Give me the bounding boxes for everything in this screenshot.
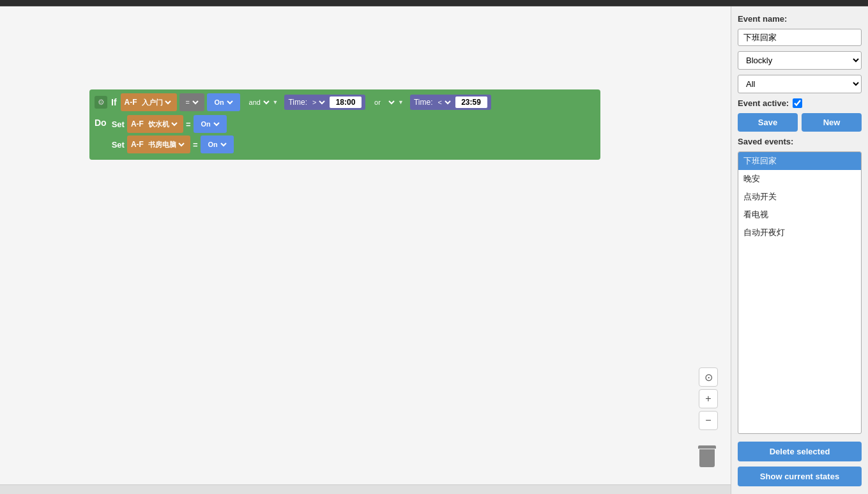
do-label: Do [95, 115, 107, 128]
saved-events-list: 下班回家 晚安 点动开关 看电视 自动开夜灯 [738, 151, 862, 434]
device1-select[interactable]: 入户门 [139, 98, 173, 107]
on-block1[interactable]: On Off [207, 93, 240, 111]
right-panel: Event name: Blockly Script All Active In… [731, 6, 868, 494]
device2-select[interactable]: 饮水机 [146, 120, 179, 128]
gear-icon[interactable]: ⚙ [95, 96, 107, 109]
condition-row: A-F 入户门 = [121, 93, 491, 111]
trash-container [697, 445, 717, 468]
time-block2[interactable]: Time: < > = [410, 95, 491, 110]
device1-block[interactable]: A-F 入户门 [121, 93, 177, 111]
block-do-section: Do Set A-F 饮水机 = [95, 115, 595, 153]
event-name-label: Event name: [738, 14, 862, 24]
device3-block[interactable]: A-F 书房电脑 [127, 135, 190, 153]
eq-label-2: = [186, 120, 191, 129]
trash-body [699, 449, 715, 467]
main-area: ⚙ If A-F 入户门 [0, 6, 868, 494]
on-select2[interactable]: On Off [199, 120, 222, 128]
if-label: If [111, 97, 117, 107]
af-label2: A-F [131, 120, 144, 128]
block-if: ⚙ If A-F 入户门 [89, 89, 600, 160]
center-view-button[interactable]: ⊙ [699, 367, 718, 387]
event-active-label: Event active: [738, 98, 789, 108]
time-block1[interactable]: Time: > < = [284, 95, 365, 110]
event-item-1[interactable]: 晚安 [738, 170, 861, 188]
device3-select[interactable]: 书房电脑 [146, 140, 187, 149]
canvas-scrollbar[interactable] [0, 484, 731, 494]
zoom-out-button[interactable]: − [699, 411, 718, 430]
set-label-2: Set [112, 140, 125, 150]
top-toolbar [0, 0, 868, 6]
on-select3[interactable]: On Off [206, 140, 229, 149]
device2-block[interactable]: A-F 饮水机 [127, 115, 183, 133]
time-label2: Time: [414, 98, 433, 107]
trash-lid [698, 445, 716, 449]
and-arrow: ▼ [273, 99, 278, 105]
block-if-header: ⚙ If A-F 入户门 [95, 93, 595, 111]
show-current-states-button[interactable]: Show current states [738, 467, 862, 486]
event-name-input[interactable] [738, 29, 862, 46]
event-active-checkbox[interactable] [793, 98, 802, 108]
zoom-in-button[interactable]: + [699, 389, 718, 408]
time-op1-select[interactable]: > < = [310, 98, 327, 107]
canvas[interactable]: ⚙ If A-F 入户门 [0, 6, 731, 494]
or-select[interactable]: or and [372, 98, 397, 107]
af-label1: A-F [125, 98, 137, 107]
or-arrow: ▼ [398, 99, 404, 105]
or-block[interactable]: or and ▼ [368, 93, 407, 111]
action-row-1: Set A-F 饮水机 = On Off [112, 115, 234, 133]
time-label1: Time: [288, 98, 307, 107]
all-select[interactable]: All Active Inactive [738, 75, 862, 93]
time-op2-select[interactable]: < > = [436, 98, 453, 107]
and-select[interactable]: and or [247, 98, 271, 107]
on-select1[interactable]: On Off [212, 98, 235, 107]
event-item-3[interactable]: 看电视 [738, 206, 861, 224]
panel-buttons: Save New [738, 113, 862, 132]
new-button[interactable]: New [802, 113, 862, 132]
eq-label-3: = [193, 140, 198, 150]
on-block2[interactable]: On Off [194, 115, 227, 133]
time-value1-input[interactable] [330, 96, 362, 108]
trash-icon[interactable] [697, 445, 717, 468]
event-item-2[interactable]: 点动开关 [738, 188, 861, 206]
eq-select1[interactable]: = [183, 98, 201, 107]
time-value2-input[interactable] [455, 96, 487, 108]
save-button[interactable]: Save [738, 113, 798, 132]
blocks-container: ⚙ If A-F 入户门 [89, 89, 600, 160]
canvas-controls: ⊙ + − [699, 367, 718, 430]
event-item-4[interactable]: 自动开夜灯 [738, 224, 861, 242]
blockly-select[interactable]: Blockly Script [738, 51, 862, 70]
event-item-0[interactable]: 下班回家 [738, 152, 861, 170]
do-rows: Set A-F 饮水机 = On Off [112, 115, 234, 153]
action-row-2: Set A-F 书房电脑 = On Of [112, 135, 234, 153]
event-active-row: Event active: [738, 98, 862, 108]
set-label-1: Set [112, 120, 125, 129]
on-block3[interactable]: On Off [201, 135, 234, 153]
eq-block1[interactable]: = [179, 93, 204, 111]
saved-events-label: Saved events: [738, 137, 862, 146]
and-block[interactable]: and or ▼ [243, 93, 282, 111]
delete-selected-button[interactable]: Delete selected [738, 442, 862, 461]
af-label3: A-F [131, 140, 144, 149]
